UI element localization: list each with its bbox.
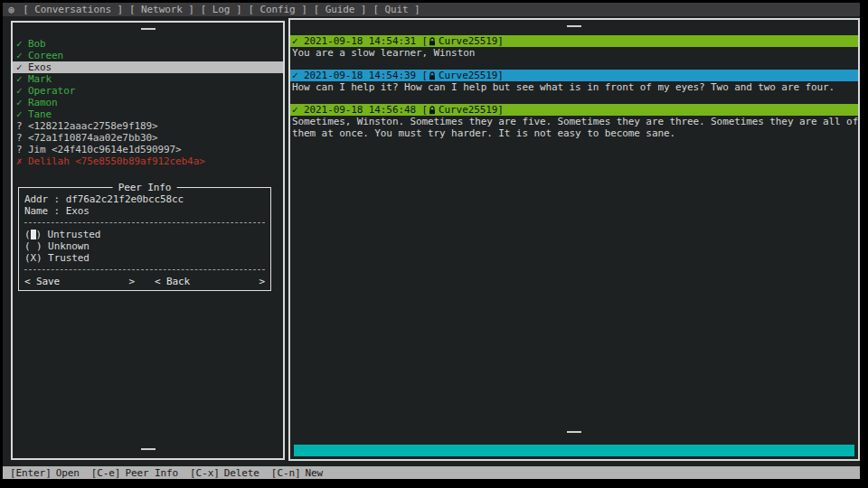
contact-name: Tane: [28, 108, 52, 120]
peer-addr-row: Addr : df76a2c21f2e0bcc58cc: [24, 193, 265, 205]
message-input[interactable]: [294, 445, 854, 456]
peer-info-dialog: Peer Info Addr : df76a2c21f2e0bcc58cc Na…: [18, 187, 271, 291]
peer-addr-label: Addr :: [24, 193, 60, 205]
trusted-check-icon: ✓: [16, 85, 28, 97]
key-label: [C-n]: [271, 467, 301, 479]
conversation-panel: ✓ 2021-09-18 14:54:31 [Curve25519] You a…: [288, 18, 860, 461]
contact-row-delilah[interactable]: ✗Delilah <75e8550b89af912ceb4a>: [13, 155, 283, 167]
contact-row-unknown-1[interactable]: ?<128212aaac2758e9f189>: [13, 120, 283, 132]
dialog-separator: [24, 264, 265, 270]
contact-name: Ramon: [28, 97, 58, 108]
contact-name: Exos: [28, 61, 52, 73]
app-window: ⊛ [ Conversations ] [ Network ] [ Log ] …: [0, 0, 868, 488]
message-timestamp: 2021-09-18 14:56:48: [304, 104, 416, 116]
dialog-buttons: < Save> < Back>: [24, 276, 265, 287]
contact-row-coreen[interactable]: ✓Coreen: [13, 50, 283, 61]
contact-name: Jim <24f410c9614e1d590997>: [28, 144, 182, 155]
scroll-down-indicator: [141, 448, 156, 450]
radio-trusted[interactable]: (X) Trusted: [24, 252, 265, 264]
message-header: ✓ 2021-09-18 14:56:48 [Curve25519]: [290, 104, 858, 116]
message: ✓ 2021-09-18 14:56:48 [Curve25519] Somet…: [290, 104, 858, 139]
trusted-check-icon: ✓: [16, 73, 28, 85]
peer-name-label: Name :: [24, 205, 60, 217]
message-header: ✓ 2021-09-18 14:54:31 [Curve25519]: [290, 35, 858, 47]
menu-item-conversations[interactable]: [ Conversations ]: [23, 4, 123, 15]
message-text: Sometimes, Winston. Sometimes they are f…: [290, 116, 858, 139]
action-label: Open: [56, 467, 80, 479]
menu-item-log[interactable]: [ Log ]: [201, 4, 242, 15]
peer-list-panel: ✓Bob ✓Coreen ✓Exos ✓Mark ✓Operator ✓Ramo…: [11, 21, 285, 460]
cipher-name: Curve25519: [439, 35, 497, 47]
contact-list: ✓Bob ✓Coreen ✓Exos ✓Mark ✓Operator ✓Ramo…: [13, 38, 283, 167]
contact-row-tane[interactable]: ✓Tane: [13, 108, 283, 120]
blocked-x-icon: ✗: [16, 155, 28, 167]
contact-row-bob[interactable]: ✓Bob: [13, 38, 283, 50]
contact-name: Mark: [28, 73, 52, 85]
hint-new: [C-n]New: [271, 467, 323, 479]
radio-trusted-label: Trusted: [48, 252, 90, 264]
message-header: ✓ 2021-09-18 14:54:39 [Curve25519]: [290, 70, 858, 81]
statusbar: [Enter]Open [C-e]Peer Info [C-x]Delete […: [3, 466, 860, 479]
radio-untrusted-label: Untrusted: [48, 229, 101, 240]
hint-peer-info: [C-e]Peer Info: [91, 467, 178, 479]
hint-open: [Enter]Open: [10, 467, 80, 479]
delivered-check-icon: ✓: [292, 70, 304, 81]
contact-name: <128212aaac2758e9f189>: [28, 120, 158, 132]
menu-item-config[interactable]: [ Config ]: [248, 4, 307, 15]
delivered-check-icon: ✓: [292, 35, 304, 47]
radio-unknown[interactable]: ( ) Unknown: [24, 240, 265, 252]
action-label: Peer Info: [125, 467, 178, 479]
hint-delete: [C-x]Delete: [190, 467, 259, 479]
back-button[interactable]: < Back>: [155, 276, 265, 287]
key-label: [Enter]: [10, 467, 52, 479]
contact-row-unknown-2[interactable]: ?<72a1f10874aa02e7bb30>: [13, 132, 283, 144]
key-label: [C-x]: [190, 467, 220, 479]
lock-icon: [429, 106, 436, 115]
contact-row-jim[interactable]: ?Jim <24f410c9614e1d590997>: [13, 144, 283, 155]
trusted-check-icon: ✓: [16, 38, 28, 50]
message: ✓ 2021-09-18 14:54:31 [Curve25519] You a…: [290, 35, 858, 59]
menu-item-guide[interactable]: [ Guide ]: [314, 4, 367, 15]
scroll-up-indicator: [567, 25, 581, 27]
trusted-check-icon: ✓: [16, 50, 28, 61]
scroll-up-indicator: [141, 28, 156, 30]
key-label: [C-e]: [91, 467, 121, 479]
cipher-name: Curve25519: [439, 70, 497, 81]
menubar: ⊛ [ Conversations ] [ Network ] [ Log ] …: [3, 3, 860, 16]
lock-icon: [429, 71, 436, 80]
peer-info-title: Peer Info: [113, 182, 177, 193]
button-right-bracket: >: [259, 276, 265, 287]
contact-name: <72a1f10874aa02e7bb30>: [28, 132, 158, 144]
save-button[interactable]: < Save>: [24, 276, 135, 287]
contact-row-operator[interactable]: ✓Operator: [13, 85, 283, 97]
unknown-question-icon: ?: [16, 132, 28, 144]
trusted-check-icon: ✓: [16, 108, 28, 120]
lock-icon: [429, 37, 436, 46]
contact-row-ramon[interactable]: ✓Ramon: [13, 97, 283, 108]
contact-row-exos-selected[interactable]: ✓Exos: [13, 61, 283, 73]
action-label: New: [305, 467, 323, 479]
message-text: You are a slow learner, Winston: [290, 47, 858, 59]
contact-name: Coreen: [28, 50, 63, 61]
radio-untrusted[interactable]: ( ) Untrusted: [24, 229, 265, 240]
radio-unknown-label: Unknown: [48, 240, 90, 252]
peer-addr-value: df76a2c21f2e0bcc58cc: [66, 193, 184, 205]
app-logo-icon: ⊛: [8, 5, 14, 15]
button-right-bracket: >: [128, 276, 135, 287]
dialog-separator: [24, 217, 265, 223]
trusted-check-icon: ✓: [16, 97, 28, 108]
contact-row-mark[interactable]: ✓Mark: [13, 73, 283, 85]
message: ✓ 2021-09-18 14:54:39 [Curve25519] How c…: [290, 70, 858, 93]
peer-name-row: Name : Exos: [24, 205, 265, 217]
trusted-check-icon: ✓: [16, 61, 28, 73]
peer-name-value: Exos: [66, 205, 90, 217]
menu-item-quit[interactable]: [ Quit ]: [373, 4, 420, 15]
contact-name: Operator: [28, 85, 75, 97]
message-timestamp: 2021-09-18 14:54:31: [304, 35, 416, 47]
action-label: Delete: [224, 467, 259, 479]
menu-item-network[interactable]: [ Network ]: [129, 4, 194, 15]
unknown-question-icon: ?: [16, 120, 28, 132]
delivered-check-icon: ✓: [292, 104, 304, 116]
message-timestamp: 2021-09-18 14:54:39: [304, 70, 416, 81]
contact-name: Bob: [28, 38, 46, 50]
